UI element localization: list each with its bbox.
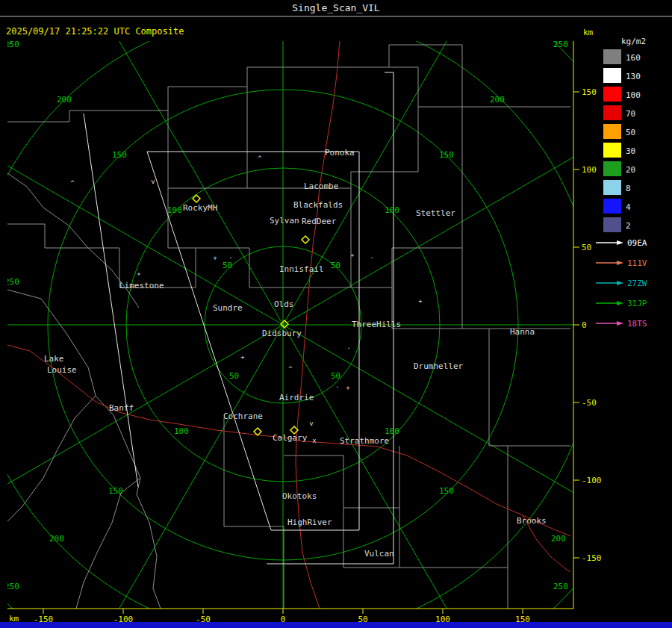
scale-value-label: 8 <box>626 184 631 193</box>
county-boundary <box>7 290 161 609</box>
scale-title: kg/m2 <box>621 37 646 46</box>
scale-value-label: 4 <box>626 202 631 212</box>
scale-swatch <box>603 199 621 214</box>
range-label: 250 <box>553 582 568 591</box>
city-label: Cochrane <box>223 411 263 421</box>
obs-marker: . <box>370 252 373 260</box>
scan-area-outline <box>84 114 138 487</box>
city-label: Drumheller <box>414 361 464 371</box>
scale-value-label: 50 <box>626 128 635 137</box>
obs-marker: + <box>418 297 423 305</box>
city-label: Olds <box>274 299 294 309</box>
radar-app-window: Single_Scan_VIL 2025/09/17 21:25:22 UTC … <box>0 0 672 628</box>
range-label: 250 <box>4 277 19 287</box>
range-ring <box>0 11 597 628</box>
obs-marker: v <box>151 178 155 185</box>
range-label: 100 <box>385 205 399 215</box>
obs-marker: v <box>309 420 313 427</box>
right-axis-tick-label: -100 <box>582 476 602 485</box>
range-label: 250 <box>553 40 568 49</box>
obs-marker: * <box>350 253 354 261</box>
scale-value-label: 130 <box>626 72 641 81</box>
scale-swatch <box>603 87 621 102</box>
map-layers[interactable]: 2502001501005025020015010050501001502002… <box>0 0 672 628</box>
radar-arrow-head <box>617 261 623 265</box>
obs-marker: + <box>346 384 350 391</box>
city-label: Blackfalds <box>293 200 343 210</box>
city-label: Okotoks <box>282 491 317 501</box>
city-label: Limestone <box>119 281 164 290</box>
city-label: Lacombe <box>304 181 338 191</box>
city-label: Calgary <box>273 433 308 443</box>
obs-marker: . <box>346 343 350 350</box>
city-label: RockyMH <box>183 203 217 213</box>
city-label: Banff <box>109 403 134 413</box>
range-label: 50 <box>223 261 232 270</box>
timestamp-label: 2025/09/17 21:25:22 UTC Composite <box>6 26 184 37</box>
range-label: 200 <box>490 95 505 105</box>
range-label: 100 <box>385 426 399 436</box>
range-label: 250 <box>4 40 19 49</box>
right-axis-tick-label: 100 <box>582 165 597 175</box>
right-axis-unit: km <box>583 28 594 37</box>
radar-arrow-head <box>617 301 623 305</box>
azimuth-line <box>283 0 507 325</box>
azimuth-line <box>283 325 507 628</box>
scale-swatch <box>603 180 621 195</box>
radar-display[interactable]: Single_Scan_VIL 2025/09/17 21:25:22 UTC … <box>0 0 672 628</box>
scan-area-outline <box>267 72 393 564</box>
city-label: Innisfail <box>279 264 324 274</box>
scale-value-label: 70 <box>626 109 635 119</box>
scale-swatch <box>603 68 621 83</box>
scale-value-label: 100 <box>626 90 641 100</box>
scale-swatch <box>603 105 621 120</box>
county-boundary <box>392 248 462 329</box>
city-label: HighRiver <box>287 517 332 527</box>
obs-marker: x <box>312 437 317 444</box>
scale-value-label: 160 <box>626 53 641 63</box>
range-label: 200 <box>57 95 72 105</box>
county-boundary <box>389 67 462 107</box>
city-label: Vulcan <box>364 549 394 559</box>
right-axis-tick-label: -50 <box>582 398 597 408</box>
county-boundary <box>224 418 284 609</box>
city-label: ThreeHills <box>352 320 401 329</box>
range-label: 150 <box>439 486 454 496</box>
scale-value-label: 20 <box>626 165 635 175</box>
city-label: Brooks <box>517 516 547 526</box>
obs-marker: ^ <box>70 179 75 187</box>
range-label: 200 <box>49 534 64 544</box>
scale-swatch <box>603 161 621 176</box>
right-axis-tick-label: -150 <box>582 553 602 563</box>
range-label: 150 <box>108 486 123 496</box>
county-boundary <box>7 45 462 122</box>
range-ring <box>0 0 672 628</box>
obs-marker: . <box>228 252 232 260</box>
azimuth-line <box>0 101 283 325</box>
obs-marker: * <box>137 272 140 279</box>
scale-swatch <box>603 143 621 158</box>
county-boundary <box>489 329 570 446</box>
radar-id-label: 31JP <box>627 299 647 308</box>
right-axis-tick-label: 0 <box>582 320 587 330</box>
color-scale-legend: 16013010070503020842 <box>603 49 641 232</box>
radar-site-marker <box>254 428 261 435</box>
obs-marker: + <box>240 353 245 361</box>
scale-swatch <box>603 217 621 232</box>
range-label: 100 <box>167 205 182 215</box>
county-boundary <box>462 45 570 107</box>
scale-value-label: 2 <box>626 221 631 231</box>
taskbar[interactable] <box>0 622 672 628</box>
city-label: Lake <box>44 354 64 364</box>
radar-site-marker <box>302 236 309 243</box>
city-label: Strathmore <box>340 436 389 446</box>
county-boundary <box>399 446 508 568</box>
city-label: Stettler <box>416 208 455 218</box>
range-label: 50 <box>229 371 239 381</box>
radar-arrow-head <box>617 281 623 285</box>
radar-id-legend: 09EA111V27ZW31JP18TS <box>596 238 647 329</box>
city-label: Sundre <box>213 303 243 313</box>
range-label: 50 <box>331 371 340 381</box>
window-title: Single_Scan_VIL <box>292 2 380 13</box>
right-axis-tick-label: 50 <box>582 243 591 252</box>
